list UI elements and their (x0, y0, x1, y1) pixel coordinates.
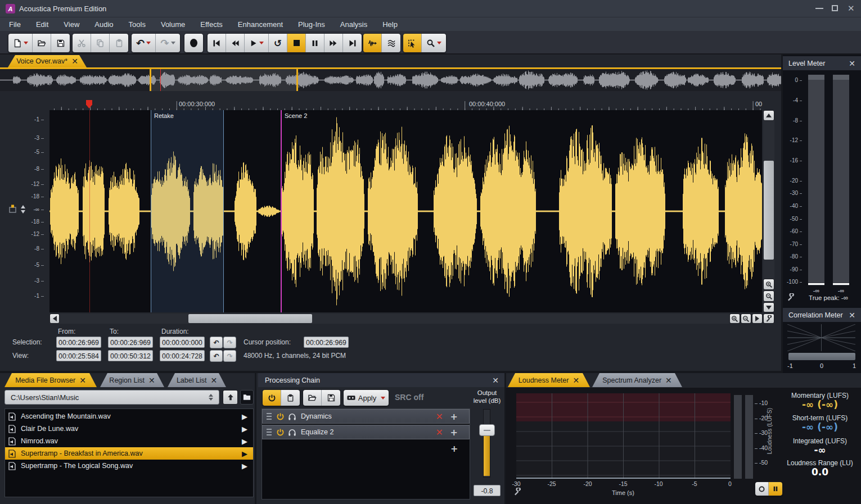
correlation-tick: 0 (820, 362, 823, 369)
panel-close-icon[interactable]: ✕ (849, 59, 855, 68)
level-meter-header: Level Meter ✕ (783, 56, 861, 70)
correlation-bar (788, 353, 855, 360)
level-meter-bar-left (808, 75, 824, 285)
correlation-display (787, 324, 855, 351)
level-scale-label: -20 (785, 178, 802, 184)
level-scale-label: -8 (785, 117, 802, 124)
level-scale-label: -50 (785, 216, 802, 222)
meter-floor-line (808, 283, 824, 285)
level-scale-label: -40 (785, 203, 802, 209)
level-scale-label: -70 (785, 241, 802, 247)
panel-close-icon[interactable]: ✕ (849, 311, 855, 320)
true-peak-readout: True peak: -∞ (799, 294, 858, 301)
right-meter-column: Level Meter ✕ 0 -4 -8 -12 -16 -20 -30 -4… (0, 0, 861, 504)
peak-value-left: -∞ (808, 287, 824, 294)
level-scale-label: -12 (785, 137, 802, 143)
panel-title: Level Meter (788, 60, 825, 67)
level-scale-label: 0 (785, 77, 802, 83)
level-scale-label: -16 (785, 157, 802, 164)
level-scale-label: -30 (785, 190, 802, 196)
acoustica-window: A Acoustica Premium Edition ✕ File Edit … (0, 0, 861, 504)
level-scale-label: -90 (785, 266, 802, 273)
panel-title: Correlation Meter (788, 311, 843, 319)
meter-floor-line (833, 283, 849, 285)
correlation-meter-header: Correlation Meter ✕ (783, 308, 861, 322)
wrench-icon (787, 293, 795, 302)
correlation-tick: 1 (853, 362, 856, 369)
level-scale-label: -80 (785, 253, 802, 260)
peak-value-right: -∞ (833, 287, 849, 294)
level-meter-bar-right (833, 75, 849, 285)
level-scale-label: -100 (785, 279, 802, 285)
correlation-tick: -1 (787, 362, 793, 369)
level-scale-label: -60 (785, 228, 802, 234)
level-scale-label: -4 (785, 97, 802, 103)
level-meter-settings-button[interactable] (787, 293, 795, 302)
